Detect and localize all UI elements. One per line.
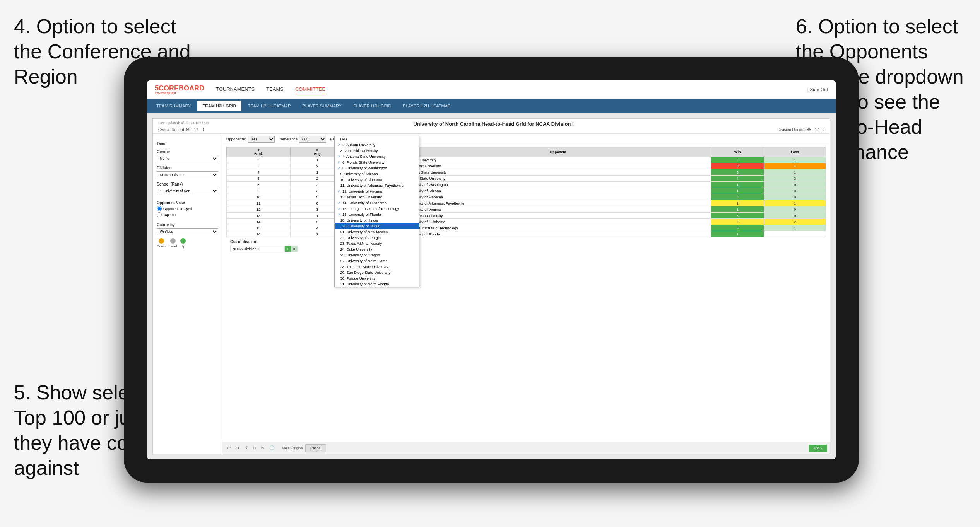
dropdown-item[interactable]: 27. University of Notre Dame [335, 258, 419, 264]
tab-team-h2h-grid[interactable]: TEAM H2H GRID [197, 101, 242, 111]
dropdown-item[interactable]: (All) [335, 136, 419, 142]
cell-rank: 10 [227, 194, 291, 200]
check-icon: ✓ [338, 207, 341, 211]
cell-team: Vanderbilt University [405, 163, 711, 169]
dropdown-item[interactable]: 29. San Diego State University [335, 269, 419, 275]
panel-body: Team Gender Men's Division NCAA Division… [153, 134, 830, 454]
dropdown-item[interactable]: 10. University of Alabama [335, 177, 419, 182]
radio-top100[interactable]: Top 100 [157, 212, 218, 217]
toolbar-refresh[interactable]: ↺ [243, 445, 249, 451]
dropdown-item[interactable]: ✓8. University of Washington [335, 165, 419, 171]
dropdown-item[interactable]: 21. University of New Mexico [335, 229, 419, 235]
opponent-dropdown[interactable]: (All)✓2. Auburn University 3. Vanderbilt… [334, 136, 419, 287]
dropdown-item[interactable]: 18. University of Illinois [335, 217, 419, 223]
dropdown-item[interactable]: 9. University of Arizona [335, 171, 419, 177]
cell-rank: 8 [227, 182, 291, 188]
table-row: 3 2 Vanderbilt University 0 4 [227, 163, 826, 169]
table-row: 16 2 University of Florida 1 [227, 231, 826, 237]
dropdown-item-label: 8. University of Washington [342, 166, 387, 170]
apply-button[interactable]: Apply [809, 445, 827, 452]
dropdown-item[interactable]: 31. University of North Florida [335, 281, 419, 287]
dropdown-item[interactable]: ✓2. Auburn University [335, 142, 419, 148]
dropdown-item[interactable]: 30. Purdue University [335, 275, 419, 281]
dropdown-item[interactable]: ✓4. Arizona State University [335, 153, 419, 159]
dropdown-item[interactable]: 22. University of Georgia [335, 235, 419, 240]
cell-rank: 6 [227, 176, 291, 182]
nav-signout[interactable]: | Sign Out [807, 87, 828, 92]
dropdown-item[interactable]: ✓16. University of Florida [335, 211, 419, 217]
dropdown-item-label: 3. Vanderbilt University [340, 148, 378, 153]
panel-header: Last Updated: 4/7/2024 16:55:39 Universi… [153, 119, 830, 134]
toolbar-undo[interactable]: ↩ [226, 445, 232, 451]
dropdown-item[interactable]: 23. Texas A&M University [335, 240, 419, 246]
cell-team: Florida State University [405, 176, 711, 182]
toolbar-cut[interactable]: ✂ [259, 445, 266, 451]
gender-select[interactable]: Men's [157, 155, 218, 162]
tab-team-h2h-heatmap[interactable]: TEAM H2H HEATMAP [242, 101, 296, 111]
opponents-select[interactable]: (All) [248, 136, 275, 143]
h2h-table: #Rank #Reg #Conf Opponent Win Loss [226, 147, 826, 237]
tab-team-summary[interactable]: TEAM SUMMARY [151, 101, 197, 111]
check-icon: ✓ [338, 160, 341, 164]
cell-rank: 9 [227, 188, 291, 194]
dropdown-item[interactable]: 24. Duke University [335, 246, 419, 252]
cell-loss: 0 [764, 194, 826, 200]
colour-select[interactable]: Win/loss [157, 228, 218, 235]
radio-top100-input[interactable] [157, 212, 162, 217]
legend-down-label: Down [157, 244, 166, 248]
dropdown-item[interactable]: ✓6. Florida State University [335, 159, 419, 165]
nav-teams[interactable]: TEAMS [266, 85, 284, 94]
school-select[interactable]: 1. University of Nort... [157, 188, 218, 194]
dropdown-item[interactable]: ✓20. University of Texas [335, 223, 419, 229]
ood-win: 1 [285, 246, 291, 252]
tab-player-h2h-grid[interactable]: PLAYER H2H GRID [348, 101, 397, 111]
dropdown-item-label: 4. Arizona State University [342, 154, 385, 159]
toolbar-clock[interactable]: 🕐 [268, 445, 276, 451]
check-icon [338, 271, 339, 275]
dropdown-item[interactable]: 13. Texas Tech University [335, 194, 419, 200]
bottom-bar: ↩ ↪ ↺ ⧉ ✂ 🕐 View: Original Cancel Apply [222, 442, 830, 454]
cell-team: University of Florida [405, 231, 711, 237]
check-icon: ✓ [338, 213, 341, 217]
check-icon [338, 230, 339, 234]
dropdown-item[interactable]: ✓12. University of Virginia [335, 188, 419, 194]
dropdown-item[interactable]: ✓14. University of Oklahoma [335, 200, 419, 206]
check-icon [338, 247, 339, 251]
dropdown-item[interactable]: 11. University of Arkansas, Fayetteville [335, 182, 419, 188]
dropdown-item[interactable]: 25. University of Oregon [335, 252, 419, 258]
panel-title: University of North Carolina Head-to-Hea… [209, 121, 778, 127]
conference-select[interactable]: (All) [299, 136, 326, 143]
table-header-row: #Rank #Reg #Conf Opponent Win Loss [227, 147, 826, 157]
toolbar-copy[interactable]: ⧉ [251, 445, 257, 451]
cell-team: University of Arizona [405, 188, 711, 194]
radio-opponents-played[interactable]: Opponents Played [157, 206, 218, 211]
radio-opponents-played-input[interactable] [157, 206, 162, 211]
check-icon [338, 253, 339, 257]
check-icon: ✓ [338, 166, 341, 170]
table-area: #Rank #Reg #Conf Opponent Win Loss [222, 145, 830, 442]
table-row: 6 2 Florida State University 4 2 [227, 176, 826, 182]
cell-rank: 14 [227, 219, 291, 225]
sidebar-opponent-view-label: Opponent View [157, 201, 218, 205]
dropdown-item[interactable]: ✓15. Georgia Institute of Technology [335, 206, 419, 211]
cell-team: University of Alabama [405, 194, 711, 200]
cell-loss: 4 [764, 163, 826, 169]
dropdown-item-label: 18. University of Illinois [340, 218, 378, 222]
division-select[interactable]: NCAA Division I [157, 171, 218, 178]
dropdown-item[interactable]: 3. Vanderbilt University [335, 148, 419, 153]
ood-type: NCAA Division II [231, 246, 285, 252]
tab-player-h2h-heatmap[interactable]: PLAYER H2H HEATMAP [397, 101, 456, 111]
toolbar-redo[interactable]: ↪ [234, 445, 241, 451]
tablet-frame: 5COREBOARD Powered by Ript TOURNAMENTS T… [124, 57, 859, 483]
dropdown-item-label: 15. Georgia Institute of Technology [342, 206, 399, 211]
cell-rank: 15 [227, 225, 291, 231]
nav-committee[interactable]: COMMITTEE [295, 85, 325, 94]
cell-loss: 2 [764, 219, 826, 225]
tab-player-summary[interactable]: PLAYER SUMMARY [297, 101, 347, 111]
cell-win: 5 [711, 169, 764, 176]
cancel-button[interactable]: Cancel [305, 444, 326, 452]
dropdown-item[interactable]: 28. The Ohio State University [335, 264, 419, 269]
cell-loss: 0 [764, 213, 826, 219]
nav-tournaments[interactable]: TOURNAMENTS [216, 85, 255, 94]
dropdown-item-label: 23. Texas A&M University [340, 241, 382, 246]
